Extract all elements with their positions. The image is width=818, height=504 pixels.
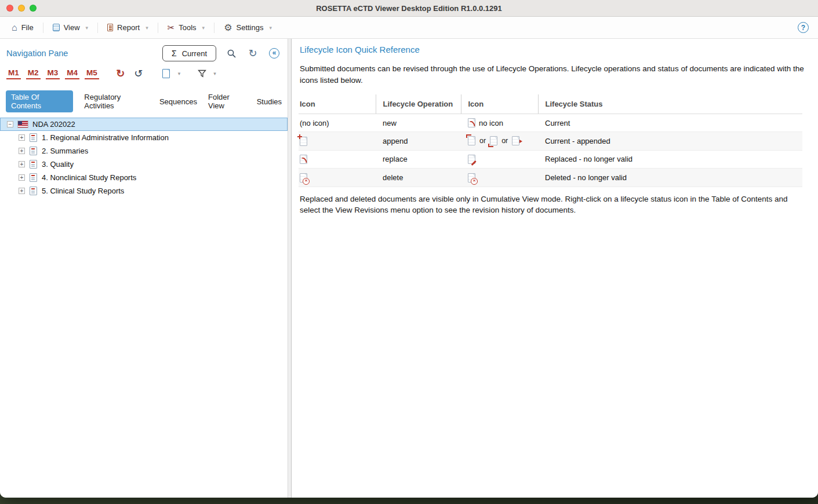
tree-node-label: NDA 202022	[32, 120, 75, 129]
tab-regulatory-activities[interactable]: Regulatory Activities	[84, 90, 148, 112]
collapse-left-icon	[269, 48, 279, 59]
tab-studies[interactable]: Studies	[257, 95, 282, 108]
search-icon	[227, 49, 237, 59]
doc-append-bottom-icon	[490, 136, 497, 145]
col-header-operation: Lifecycle Operation	[376, 94, 461, 114]
history-icon	[134, 68, 143, 79]
op-icon-cell	[299, 132, 376, 151]
lifecycle-table: Icon Lifecycle Operation Icon Lifecycle …	[299, 94, 802, 187]
section-doc-icon	[30, 147, 37, 155]
doc-replace-icon	[468, 118, 475, 127]
expand-node-toggle[interactable]	[19, 174, 25, 181]
filter-dropdown-chevron[interactable]: ▾	[213, 71, 216, 76]
search-button[interactable]	[225, 47, 238, 60]
tree-node-label: 4. Nonclinical Study Reports	[42, 173, 136, 182]
tree-row[interactable]: 5. Clinical Study Reports	[0, 184, 288, 198]
tab-folder-view[interactable]: Folder View	[208, 90, 246, 112]
col-header-icon: Icon	[299, 94, 376, 114]
section-doc-icon	[30, 160, 37, 169]
tree-row[interactable]: 1. Regional Administrative Information	[0, 131, 288, 144]
module-m5-button[interactable]: M5	[85, 68, 99, 79]
menu-report[interactable]: Report ▾	[105, 21, 151, 34]
sigma-icon: Σ	[172, 49, 177, 58]
navigation-pane: Navigation Pane Σ Current	[0, 39, 288, 498]
menu-view[interactable]: View ▾	[50, 21, 90, 34]
tree-row[interactable]: 4. Nonclinical Study Reports	[0, 171, 288, 184]
section-doc-icon	[30, 133, 37, 142]
view-icon	[53, 24, 60, 31]
menu-settings[interactable]: Settings ▾	[221, 21, 274, 35]
doc-delete-icon	[300, 173, 307, 182]
collapse-node-toggle[interactable]	[7, 121, 13, 127]
table-row: append or or Current - append	[299, 132, 802, 151]
status-cell: Replaced - no longer valid	[538, 150, 802, 169]
section-doc-icon	[30, 173, 37, 182]
tree-row[interactable]: 2. Summaries	[0, 144, 288, 158]
tree-node-label: 5. Clinical Study Reports	[42, 187, 124, 195]
status-icon-cell	[461, 169, 538, 187]
doc-delete-icon	[468, 173, 475, 182]
app-window: ROSETTA eCTD Viewer Desktop Edition R1.0…	[0, 0, 818, 498]
close-button[interactable]	[6, 5, 13, 12]
zoom-button[interactable]	[30, 5, 37, 12]
module-m4-button[interactable]: M4	[65, 68, 79, 79]
menubar: File View ▾ Report ▾ Tools ▾	[0, 17, 818, 39]
status-icon-cell: or or	[461, 132, 538, 151]
or-text: or	[501, 137, 508, 145]
minimize-button[interactable]	[18, 5, 25, 12]
us-flag-icon	[18, 121, 28, 127]
tree-row-root[interactable]: NDA 202022	[0, 118, 288, 131]
op-icon-cell	[299, 150, 376, 169]
menu-file[interactable]: File	[9, 21, 36, 35]
col-header-status: Lifecycle Status	[538, 94, 802, 114]
status-icon-cell	[461, 150, 538, 169]
toc-tree: NDA 202022 1. Regional Administrative In…	[0, 118, 288, 198]
history-button[interactable]	[132, 67, 145, 80]
navigation-tabs: Table Of Contents Regulatory Activities …	[0, 86, 288, 118]
gear-icon	[224, 23, 232, 32]
doc-edit-icon	[468, 155, 475, 164]
status-cell: Current	[538, 114, 802, 132]
titlebar: ROSETTA eCTD Viewer Desktop Edition R1.0…	[0, 0, 818, 17]
filter-icon	[198, 70, 206, 78]
intro-text: Submitted documents can be revised throu…	[300, 63, 808, 86]
or-text: or	[479, 137, 486, 145]
expand-node-toggle[interactable]	[19, 134, 25, 141]
table-row: delete Deleted - no longer valid	[299, 169, 802, 187]
module-m1-button[interactable]: M1	[6, 68, 21, 79]
document-button[interactable]	[160, 67, 173, 80]
expand-node-toggle[interactable]	[19, 148, 25, 154]
operation-cell: replace	[376, 150, 461, 169]
tree-node-label: 3. Quality	[42, 160, 74, 169]
current-view-label: Current	[182, 49, 207, 58]
document-dropdown-chevron[interactable]: ▾	[178, 71, 181, 76]
chevron-down-icon: ▾	[202, 25, 205, 31]
tab-table-of-contents[interactable]: Table Of Contents	[6, 90, 73, 112]
menu-tools[interactable]: Tools ▾	[165, 21, 207, 35]
footer-note: Replaced and deleted documents are visib…	[300, 193, 808, 216]
status-cell: Deleted - no longer valid	[538, 169, 802, 187]
menu-tools-label: Tools	[179, 23, 196, 32]
menu-separator	[43, 23, 43, 33]
expand-node-toggle[interactable]	[19, 161, 25, 167]
tab-sequences[interactable]: Sequences	[159, 95, 197, 108]
collapse-pane-button[interactable]	[268, 47, 281, 60]
navigation-scrollbar[interactable]	[288, 39, 292, 498]
module-m3-button[interactable]: M3	[46, 68, 60, 79]
status-icon-cell: no icon	[461, 114, 538, 132]
operation-cell: new	[376, 114, 461, 132]
op-icon-cell: (no icon)	[299, 114, 376, 132]
refresh-button[interactable]	[246, 47, 259, 60]
chevron-down-icon: ▾	[146, 25, 148, 31]
expand-node-toggle[interactable]	[19, 188, 25, 194]
help-button[interactable]: ?	[798, 22, 809, 33]
tree-row[interactable]: 3. Quality	[0, 158, 288, 171]
filter-button[interactable]	[195, 67, 208, 80]
module-m2-button[interactable]: M2	[26, 68, 41, 79]
doc-append-top-icon	[468, 136, 475, 145]
chevron-down-icon: ▾	[86, 25, 89, 31]
current-view-button[interactable]: Σ Current	[162, 45, 216, 61]
refresh-icon	[248, 48, 257, 59]
tree-node-label: 2. Summaries	[42, 147, 88, 155]
sync-button[interactable]	[114, 67, 127, 80]
